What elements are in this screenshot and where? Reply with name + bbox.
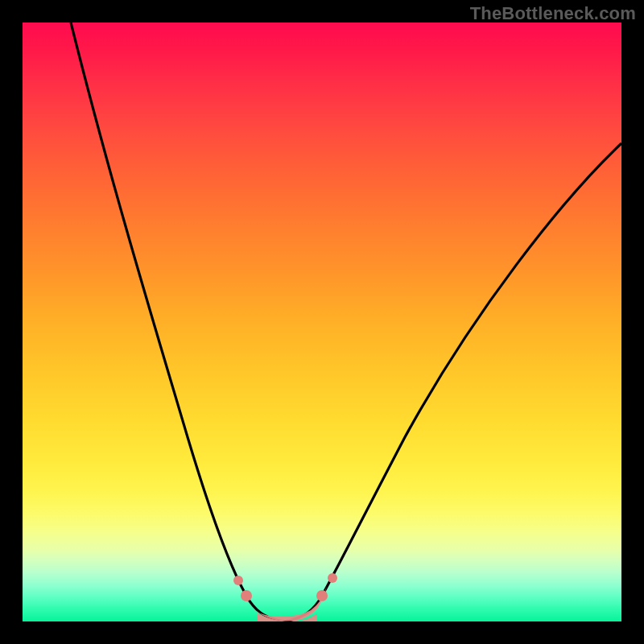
watermark-text: TheBottleneck.com <box>470 3 636 24</box>
overlay-dot <box>241 590 252 601</box>
overlay-dot <box>328 573 337 583</box>
overlay-dot <box>316 590 328 601</box>
chart-frame: TheBottleneck.com <box>0 0 644 644</box>
left-curve <box>71 23 284 621</box>
plot-area <box>23 23 621 621</box>
right-curve <box>284 143 621 621</box>
overlay-dot <box>233 576 243 585</box>
curve-overlay <box>23 23 621 621</box>
minimum-overlay <box>240 584 327 621</box>
